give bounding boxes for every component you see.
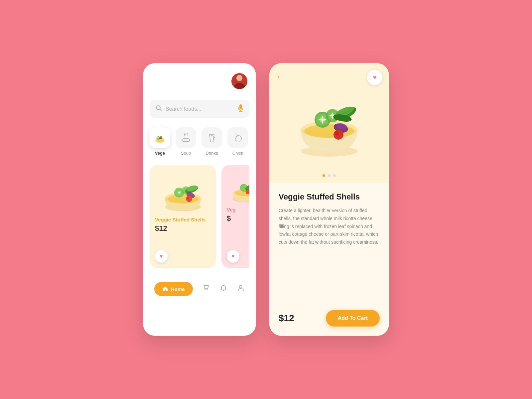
food-card-2[interactable]: Veg $ ♥ xyxy=(221,165,249,268)
soup-label: Soup xyxy=(181,151,191,156)
food-price-2: $ xyxy=(227,214,249,223)
product-price: $12 xyxy=(279,313,294,324)
svg-point-50 xyxy=(324,119,327,120)
right-screen: ‹ ♥ xyxy=(269,63,389,336)
heart-icon-2: ♥ xyxy=(231,253,235,259)
svg-point-66 xyxy=(335,131,339,135)
drinks-icon-box xyxy=(201,127,222,148)
svg-point-56 xyxy=(332,117,333,119)
product-content: Veggie Stuffed Shells Create a lighter, … xyxy=(269,183,389,303)
food-name-2: Veg xyxy=(227,207,249,213)
product-title: Veggie Stuffed Shells xyxy=(279,192,380,201)
category-soup[interactable]: Soup xyxy=(176,127,196,156)
product-footer: $12 Add To Cart xyxy=(269,303,389,336)
vege-label: Vege xyxy=(155,151,165,156)
category-vege[interactable]: Vege xyxy=(150,127,170,156)
profile-nav-button[interactable] xyxy=(237,284,245,294)
food-price-1: $12 xyxy=(155,224,211,233)
svg-point-39 xyxy=(239,285,242,288)
dot-1[interactable] xyxy=(323,174,325,177)
category-chick[interactable]: Chick xyxy=(227,127,248,156)
drinks-label: Drinks xyxy=(206,151,218,156)
svg-point-28 xyxy=(186,196,192,202)
bottom-nav: Home xyxy=(150,279,249,299)
heart-icon-1: ♥ xyxy=(160,253,163,259)
svg-point-49 xyxy=(319,119,321,120)
svg-point-47 xyxy=(322,116,323,118)
notifications-nav-button[interactable] xyxy=(219,284,227,294)
search-placeholder: Search foods... xyxy=(166,106,234,112)
dot-2[interactable] xyxy=(328,174,331,177)
product-hero: ‹ ♥ xyxy=(269,63,389,183)
image-dots xyxy=(323,174,336,177)
svg-point-30 xyxy=(179,192,180,193)
heart-button-1[interactable]: ♥ xyxy=(155,250,168,263)
svg-point-46 xyxy=(322,119,324,121)
chick-label: Chick xyxy=(232,151,243,156)
svg-point-55 xyxy=(332,113,333,115)
category-drinks[interactable]: Drinks xyxy=(201,127,222,156)
avatar[interactable] xyxy=(231,72,248,90)
svg-point-12 xyxy=(157,137,159,139)
add-to-cart-button[interactable]: Add To Cart xyxy=(326,310,380,327)
screens-container: Search foods... xyxy=(130,50,402,349)
cart-nav-button[interactable] xyxy=(202,284,210,294)
food-name-1: Veggie Stuffed Shells xyxy=(155,217,211,223)
mic-icon[interactable] xyxy=(238,104,243,113)
bowl-image xyxy=(158,170,208,217)
back-button[interactable]: ‹ xyxy=(277,72,280,81)
soup-icon-box xyxy=(176,127,196,148)
dot-3[interactable] xyxy=(333,174,336,177)
product-description: Create a lighter, healthier version of s… xyxy=(279,207,380,297)
product-bowl-image xyxy=(289,86,369,160)
home-icon xyxy=(162,286,168,292)
food-cards: Veggie Stuffed Shells $12 ♥ xyxy=(150,165,249,268)
vege-icon-box xyxy=(150,127,170,148)
svg-point-3 xyxy=(156,106,160,110)
home-nav-button[interactable]: Home xyxy=(154,282,193,296)
search-icon xyxy=(156,105,162,113)
svg-line-4 xyxy=(160,109,161,111)
svg-point-65 xyxy=(333,130,343,140)
svg-point-38 xyxy=(206,289,207,290)
svg-point-29 xyxy=(187,197,189,199)
chick-icon-box xyxy=(227,127,248,148)
left-screen: Search foods... xyxy=(143,63,256,336)
favorite-button[interactable]: ♥ xyxy=(367,70,382,85)
svg-point-13 xyxy=(159,138,161,139)
food-card-veggie-stuffed-shells[interactable]: Veggie Stuffed Shells $12 ♥ xyxy=(150,165,216,268)
categories: Vege Soup xyxy=(150,127,249,156)
svg-point-57 xyxy=(330,115,332,116)
svg-point-1 xyxy=(236,75,242,81)
svg-point-48 xyxy=(322,121,323,124)
heart-button-2[interactable]: ♥ xyxy=(227,250,239,263)
heart-icon-detail: ♥ xyxy=(373,74,377,81)
svg-rect-5 xyxy=(239,104,242,109)
svg-point-37 xyxy=(204,289,205,290)
bowl-image-2 xyxy=(227,170,249,207)
search-bar[interactable]: Search foods... xyxy=(150,100,249,118)
svg-point-54 xyxy=(332,115,333,117)
